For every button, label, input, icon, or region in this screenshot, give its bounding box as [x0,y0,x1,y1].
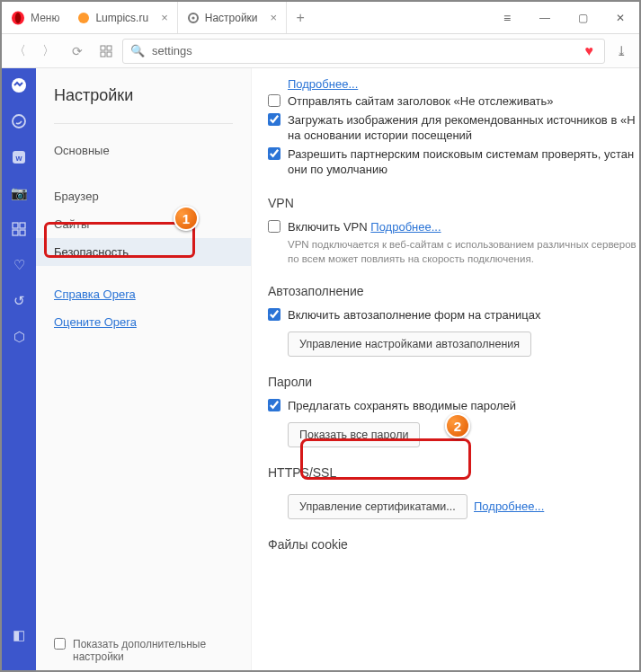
annotation-badge-2: 2 [445,413,470,438]
manage-autofill-button[interactable]: Управление настройками автозаполнения [288,332,531,357]
close-window-button[interactable]: ✕ [601,2,639,34]
manage-certificates-button[interactable]: Управление сертификатами... [288,494,467,519]
forward-button[interactable]: 〉 [36,39,61,64]
history-icon[interactable]: ↺ [9,291,29,311]
checkbox-label: Предлагать сохранять вводимые паролей [288,398,516,414]
opera-icon [11,11,25,25]
heart-outline-icon[interactable]: ♡ [9,255,29,275]
https-more-link[interactable]: Подробнее... [474,500,544,513]
url-field[interactable]: 🔍 settings ♥ [122,39,605,64]
svg-point-2 [78,13,89,23]
svg-rect-16 [20,230,25,235]
menu-label: Меню [31,12,59,24]
maximize-button[interactable]: ▢ [564,2,601,34]
annotation-highlight-2 [300,438,471,480]
tabs: Lumpics.ru × Настройки × + [68,2,488,33]
more-link[interactable]: Подробнее... [288,77,358,91]
checkbox-dnt[interactable]: Отправлять сайтам заголовок «Не отслежив… [268,93,639,110]
checkbox-show-advanced[interactable]: Показать дополнительные настройки [54,638,234,663]
svg-point-10 [13,115,25,128]
checkbox-vpn[interactable]: Включить VPN Подробнее... [268,219,639,235]
search-icon: 🔍 [130,44,145,57]
svg-rect-14 [20,223,25,228]
extensions-icon[interactable] [9,219,29,239]
tab-label: Lumpics.ru [95,12,148,24]
tab-label: Настройки [205,12,258,24]
checkbox-label: Разрешить партнерским поисковым системам… [288,146,639,178]
page-title: Настройки [36,86,251,123]
checkbox-save-passwords[interactable]: Предлагать сохранять вводимые паролей [268,398,639,414]
svg-rect-6 [107,46,111,50]
sidebar-item-browser[interactable]: Браузер [36,182,251,210]
speed-dial-button[interactable] [93,39,119,64]
window-controls: ≡ — ▢ ✕ [488,2,639,34]
svg-rect-5 [101,46,105,50]
channel-bar: w 📷 ♡ ↺ ⬡ ◧ [2,68,36,670]
checkbox-input[interactable] [268,94,280,107]
back-button[interactable]: 〈 [7,39,32,64]
rate-link[interactable]: Оцените Opera [54,315,137,329]
gear-icon [187,12,200,24]
whatsapp-icon[interactable] [9,111,29,131]
settings-content: Подробнее... Отправлять сайтам заголовок… [252,68,639,670]
section-cookies: Файлы cookie [268,537,639,552]
section-passwords: Пароли [268,375,639,389]
checkbox-autofill[interactable]: Включить автозаполнение форм на страница… [268,307,639,323]
close-icon[interactable]: × [271,11,278,24]
checkbox-input[interactable] [268,399,280,411]
checkbox-label: Включить VPN [288,220,368,234]
svg-text:w: w [14,154,22,163]
svg-point-1 [15,13,21,23]
checkbox-input[interactable] [268,147,280,160]
url-text: settings [152,44,578,57]
svg-rect-8 [107,52,111,57]
help-link[interactable]: Справка Opera [54,287,136,301]
tab-lumpics[interactable]: Lumpics.ru × [68,2,177,33]
vk-icon[interactable]: w [9,147,29,167]
svg-rect-15 [13,230,18,235]
svg-rect-13 [13,223,18,228]
section-vpn: VPN [268,196,639,210]
reload-button[interactable]: ⟳ [65,39,90,64]
easy-setup-icon[interactable]: ≡ [488,2,526,34]
camera-icon[interactable]: 📷 [9,183,29,203]
checkbox-label: Отправлять сайтам заголовок «Не отслежив… [288,93,554,110]
sidebar-link-help[interactable]: Справка Opera [36,280,251,308]
annotation-highlight-1 [44,222,195,258]
section-autofill: Автозаполнение [268,284,639,298]
vpn-more-link[interactable]: Подробнее... [370,220,441,234]
new-tab-button[interactable]: + [287,2,314,33]
downloads-button[interactable]: ⤓ [609,39,634,64]
checkbox-label: Включить автозаполнение форм на страница… [288,307,540,323]
checkbox-input[interactable] [268,113,280,126]
close-icon[interactable]: × [161,11,168,24]
menu-button[interactable]: Меню [2,2,68,33]
svg-rect-7 [101,52,105,57]
address-bar: 〈 〉 ⟳ 🔍 settings ♥ ⤓ [2,34,639,68]
settings-sidebar: Настройки Основные Браузер Сайты Безопас… [36,68,252,670]
titlebar: Меню Lumpics.ru × Настройки × + ≡ — ▢ ✕ [2,2,639,34]
annotation-badge-1: 1 [174,206,199,231]
checkbox-label: Загружать изображения для рекомендованны… [288,112,639,144]
tab-settings[interactable]: Настройки × [178,2,287,33]
checkbox-input[interactable] [54,638,66,650]
cube-icon[interactable]: ⬡ [9,327,29,347]
checkbox-allow-partners[interactable]: Разрешить партнерским поисковым системам… [268,146,639,178]
checkbox-load-images[interactable]: Загружать изображения для рекомендованны… [268,112,639,144]
sidebar-item-basic[interactable]: Основные [36,137,251,164]
minimize-button[interactable]: — [526,2,564,34]
svg-point-4 [191,16,194,19]
sidebar-link-rate[interactable]: Оцените Opera [36,308,251,336]
messenger-icon[interactable] [9,75,29,95]
heart-icon[interactable]: ♥ [585,43,594,59]
grid-icon [100,45,112,57]
checkbox-input[interactable] [268,220,280,233]
checkbox-input[interactable] [268,308,280,321]
sidebar-toggle-icon[interactable]: ◧ [9,625,29,645]
lumpics-favicon-icon [77,12,90,24]
checkbox-label: Показать дополнительные настройки [73,638,234,663]
vpn-note: VPN подключается к веб-сайтам с использо… [288,237,639,266]
